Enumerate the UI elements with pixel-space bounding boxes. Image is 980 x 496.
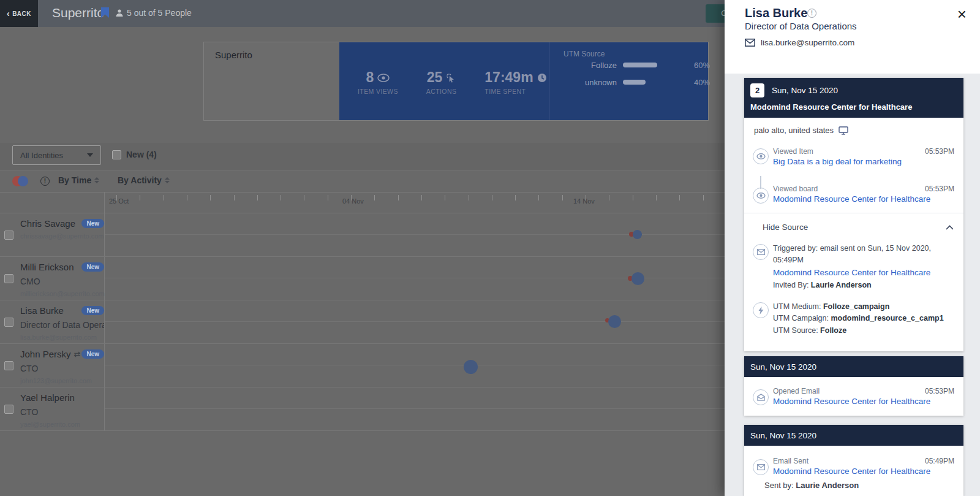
time-spent-label: TIME SPENT — [484, 88, 546, 95]
person-name: Yael Halperin — [20, 392, 75, 403]
utm-source-widget: UTM Source Folloze 60% unknown 40% — [549, 42, 709, 120]
panel-person-name: Lisa Burke — [745, 6, 807, 20]
person-name: John Persky — [20, 349, 71, 359]
timeline-dot[interactable] — [464, 360, 478, 374]
event-opened-email: Opened Email Modomind Resource Center fo… — [744, 380, 963, 406]
bookmark-icon[interactable] — [101, 7, 109, 18]
person-name: Chris Savage — [20, 218, 75, 229]
sort-by-activity[interactable]: By Activity — [118, 175, 170, 185]
person-checkbox[interactable] — [4, 405, 13, 414]
timeline-axis: 25 Oct04 Nov14 Nov — [104, 192, 725, 213]
person-checkbox[interactable] — [4, 318, 13, 327]
back-button[interactable]: ‹ BACK — [0, 0, 38, 27]
envelope-icon — [753, 459, 769, 475]
clock-icon — [537, 73, 547, 83]
person-row-lisa-burke[interactable]: Lisa Burke New Director of Data Operat..… — [0, 300, 104, 343]
utm-campaign-label: UTM Campaign: — [773, 314, 831, 322]
event-link[interactable]: Modomind Resource Center for Healthcare — [773, 397, 955, 406]
person-title: Director of Data Operat... — [20, 320, 104, 330]
merge-contacts-icon[interactable]: ⇄ — [74, 349, 81, 359]
utm-medium-label: UTM Medium: — [773, 302, 823, 311]
person-row-milli-erickson[interactable]: Milli Erickson New CMO millierickson@sup… — [0, 256, 104, 300]
card-date: Sun, Nov 15 2020 — [750, 362, 816, 372]
event-link[interactable]: Modomind Resource Center for Healthcare — [773, 467, 955, 476]
hide-source-label: Hide Source — [763, 223, 808, 232]
info-icon[interactable]: ! — [40, 177, 50, 186]
person-row-john-persky[interactable]: John Persky ⇄ New CTO john123@superrito.… — [0, 343, 104, 387]
envelope-icon — [745, 39, 755, 47]
event-time: 05:53PM — [925, 147, 954, 156]
timeline-left-divider — [104, 192, 105, 430]
event-viewed-item: Viewed Item Big Data is a big deal for m… — [744, 140, 963, 166]
identities-dropdown[interactable]: All Identities — [12, 145, 101, 165]
new-badge: New — [81, 262, 104, 272]
person-checkbox[interactable] — [4, 231, 13, 240]
person-title: CTO — [20, 407, 104, 417]
caret-down-icon — [87, 153, 93, 157]
location-text: palo alto, united states — [754, 126, 834, 135]
sort-by-activity-label: By Activity — [118, 175, 162, 185]
session-card: 2 Sun, Nov 15 2020 Modomind Resource Cen… — [744, 78, 963, 351]
utm-source-label: UTM Source: — [773, 326, 820, 335]
sent-by-line: Sent by: Laurie Anderson — [744, 476, 963, 490]
axis-tick — [492, 195, 492, 200]
axis-date-label: 25 Oct — [109, 197, 129, 205]
utm-campaign-line: UTM Campaign: modomind_resource_c_camp1 — [773, 313, 955, 324]
axis-tick — [187, 195, 187, 200]
event-count-badge: 2 — [750, 83, 764, 97]
identity-type-toggle[interactable] — [12, 176, 37, 186]
actions-value: 25 — [427, 69, 443, 86]
axis-tick — [374, 195, 375, 200]
utm-row-label: unknown — [549, 78, 617, 87]
sort-arrows-icon — [94, 177, 99, 183]
utm-medium-line: UTM Medium: Folloze_campaign — [773, 301, 955, 313]
person-title: CMO — [20, 277, 104, 286]
opened-email-card: Sun, Nov 15 2020 Opened Email Modomind R… — [744, 356, 963, 416]
axis-tick — [140, 195, 140, 200]
utm-bar — [623, 80, 646, 85]
axis-tick — [562, 195, 563, 200]
utm-campaign-value: modomind_resource_c_camp1 — [831, 314, 943, 322]
triggered-by-text: Triggered by: email sent on Sun, 15 Nov … — [773, 243, 955, 267]
row-midline — [105, 321, 725, 322]
info-icon[interactable]: ! — [807, 9, 816, 18]
hide-source-toggle[interactable]: Hide Source — [744, 213, 963, 232]
person-checkbox[interactable] — [4, 274, 13, 283]
people-count-label: 5 out of 5 People — [127, 8, 192, 18]
triggered-board-link[interactable]: Modomind Resource Center for Healthcare — [773, 267, 955, 280]
known-dot-icon — [18, 176, 28, 186]
row-border — [0, 300, 725, 300]
chevron-left-icon: ‹ — [7, 9, 10, 18]
cursor-click-icon — [446, 73, 456, 83]
axis-tick — [515, 195, 516, 200]
person-row-chris-savage[interactable]: Chris Savage New chrissavage@superrito.c… — [0, 213, 104, 256]
event-link[interactable]: Modomind Resource Center for Healthcare — [773, 194, 955, 204]
row-border — [0, 343, 725, 344]
row-border — [0, 256, 725, 257]
person-row-yael-halperin[interactable]: Yael Halperin CTO yael@superrito.com — [0, 387, 104, 430]
timeline-dot[interactable] — [608, 315, 621, 328]
stat-item-views: 8 ITEM VIEWS — [358, 69, 398, 95]
axis-tick — [328, 195, 328, 200]
timeline-dot[interactable] — [631, 272, 644, 285]
person-title: CTO — [20, 364, 104, 373]
session-location: palo alto, united states — [744, 118, 963, 135]
new-filter-checkbox[interactable] — [112, 150, 121, 159]
session-board-title: Modomind Resource Center for Healthcare — [750, 102, 957, 112]
person-email: millierickson@superrito.com — [20, 290, 104, 297]
eye-icon — [753, 148, 769, 164]
person-email: john123@superrito.com — [20, 377, 104, 384]
axis-tick — [164, 195, 164, 200]
person-checkbox[interactable] — [4, 361, 13, 370]
sort-by-time[interactable]: By Time — [58, 175, 99, 185]
close-icon[interactable]: × — [957, 6, 967, 22]
eye-icon — [377, 74, 390, 82]
row-border — [0, 430, 725, 431]
session-date: Sun, Nov 15 2020 — [772, 86, 838, 95]
axis-tick — [609, 195, 609, 200]
timeline-dot[interactable] — [633, 230, 642, 239]
envelope-open-icon — [753, 389, 769, 405]
eye-icon — [753, 188, 769, 204]
event-link[interactable]: Big Data is a big deal for marketing — [773, 157, 955, 166]
utm-bar — [623, 63, 657, 67]
